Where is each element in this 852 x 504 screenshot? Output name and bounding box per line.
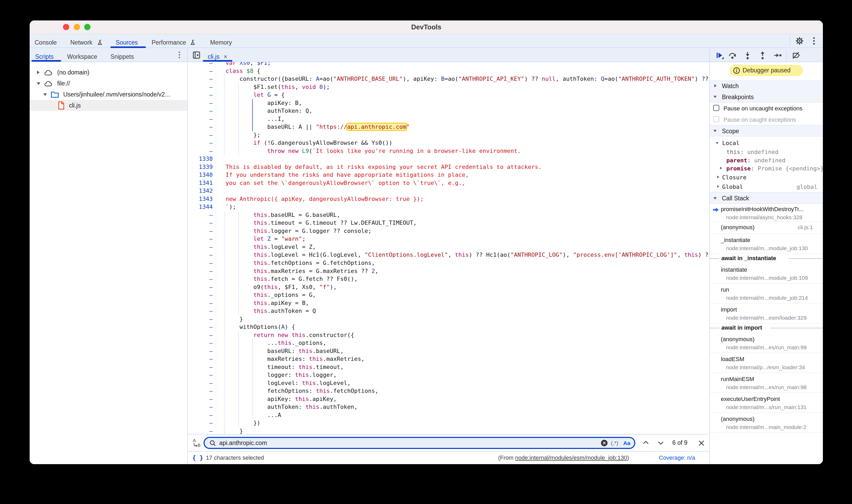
checkbox-row-0[interactable]: Pause on uncaught exceptions [710,103,823,114]
callstack-frame--anonymous-[interactable]: (anonymous)node:internal/m...es/run_main… [710,333,823,353]
line-number[interactable]: 1340 [188,171,213,179]
gutter-dash[interactable]: – [188,123,213,131]
subtab-workspace[interactable]: Workspace [67,48,97,61]
gutter-dash[interactable]: – [188,62,213,67]
step-out-icon[interactable] [758,51,767,60]
from-module-link[interactable]: node:internal/modules/esm/module_job:130 [515,454,627,461]
callstack-frame-run[interactable]: runnode:internal/m...module_job:214 [710,284,823,303]
regex-toggle[interactable]: (.*) [611,440,618,446]
gutter-dash[interactable]: – [188,251,213,259]
gutter-dash[interactable]: – [188,227,213,235]
line-number[interactable]: 1341 [188,179,213,187]
watch-section-header[interactable]: Watch [710,80,823,91]
gutter-dash[interactable]: – [188,115,213,123]
gutter-dash[interactable]: – [188,107,213,115]
tree-item-cli-js[interactable]: cli.js [30,100,187,111]
gutter-dash[interactable]: – [188,219,213,227]
deactivate-breakpoints-icon[interactable] [792,51,801,60]
gutter-dash[interactable]: – [188,419,213,427]
gutter-dash[interactable]: – [188,395,213,403]
scope-row-global[interactable]: Globalglobal [710,183,823,191]
more-options-icon[interactable] [812,37,816,45]
gutter-dash[interactable]: – [188,211,213,219]
tree-item-users-jinhuilee-nvm-versions-node-v2-[interactable]: Users/jinhuilee/.nvm/versions/node/v2… [30,89,187,100]
callstack-section-header[interactable]: Call Stack [710,192,823,204]
scope-section-header[interactable]: Scope [710,125,823,136]
resume-script-icon[interactable] [715,51,724,60]
tab-network[interactable]: Network [70,34,92,48]
gutter-dash[interactable]: – [188,323,213,331]
line-number[interactable]: 1343 [188,195,213,203]
callstack-frame--anonymous-[interactable]: (anonymous)cli.js:1 [710,222,823,234]
settings-gear-icon[interactable] [795,36,804,46]
gutter-dash[interactable]: – [188,235,213,243]
subtab-scripts[interactable]: Scripts [35,48,54,61]
gutter-dash[interactable]: – [188,243,213,251]
hide-navigator-icon[interactable] [192,51,201,59]
previous-match-icon[interactable] [643,440,649,445]
gutter-dash[interactable]: – [188,363,213,371]
callstack-frame-runmainesm[interactable]: runMainESMnode:internal/m...es/run_main:… [710,373,823,393]
subtab-snippets[interactable]: Snippets [110,48,134,61]
scope-row-parent[interactable]: parent: undefined [710,156,823,165]
gutter-dash[interactable]: – [188,75,213,83]
gutter-dash[interactable]: – [188,411,213,419]
gutter-dash[interactable]: – [188,83,213,91]
breakpoints-section-header[interactable]: Breakpoints [710,91,823,103]
callstack-frame-executeuserentrypoint[interactable]: executeUserEntryPointnode:internal/m...s… [710,393,823,413]
chevron-right-icon[interactable] [717,185,719,188]
next-match-icon[interactable] [658,441,664,445]
line-number[interactable]: 1344 [188,203,213,211]
gutter-dash[interactable]: – [188,299,213,307]
clear-search-icon[interactable] [601,440,607,446]
gutter-dash[interactable]: – [188,331,213,339]
scope-row-promise[interactable]: promise: Promise {<pending>} [710,164,823,173]
gutter-dash[interactable]: – [188,131,213,139]
gutter-dash[interactable]: – [188,267,213,275]
gutter-dash[interactable]: – [188,275,213,283]
gutter-dash[interactable]: – [188,99,213,107]
chevron-down-icon[interactable] [43,93,47,96]
coverage-link[interactable]: Coverage: n/a [659,452,695,464]
checkbox-row-1[interactable]: Pause on caught exceptions [710,114,823,125]
search-mode-toggle-icon[interactable]: A B [192,438,201,448]
code-editor[interactable]: ––––––––––––1338133913401341134213431344… [188,62,709,434]
gutter-dash[interactable]: – [188,307,213,315]
close-file-tab-icon[interactable]: × [224,48,227,61]
gutter-dash[interactable]: – [188,403,213,411]
checkbox-caught-exceptions[interactable] [713,116,719,122]
tree-item-file-[interactable]: file:// [30,78,187,89]
close-search-icon[interactable] [698,440,705,447]
tab-sources[interactable]: Sources [116,34,138,48]
step-icon[interactable] [773,51,782,60]
gutter-dash[interactable]: – [188,339,213,347]
chevron-right-icon[interactable] [720,167,722,169]
format-code-icon[interactable]: { } [192,452,203,464]
scope-row-local[interactable]: Local [710,139,823,147]
line-number[interactable]: 1339 [188,163,213,171]
gutter-dash[interactable]: – [188,347,213,355]
checkbox-uncaught-exceptions[interactable] [713,105,719,111]
tab-cli-js[interactable]: cli.js [208,48,219,61]
line-number[interactable]: 1338 [188,155,213,163]
gutter-dash[interactable]: – [188,387,213,395]
gutter-dash[interactable]: – [188,371,213,379]
scope-row-this[interactable]: this: undefined [710,148,823,156]
match-case-toggle[interactable]: Aa [623,440,631,446]
chevron-right-icon[interactable] [717,176,719,178]
callstack-frame-import[interactable]: importnode:internal/m...esm/loader:329 [710,303,823,323]
tree-item--no-domain-[interactable]: (no domain) [30,67,187,78]
gutter-dash[interactable]: – [188,379,213,387]
chevron-right-icon[interactable] [37,71,40,74]
gutter-dash[interactable]: – [188,315,213,323]
gutter-dash[interactable]: – [188,91,213,99]
tab-console[interactable]: Console [35,34,57,48]
gutter-dash[interactable]: – [188,139,213,147]
chevron-down-icon[interactable] [37,82,40,85]
callstack-frame-instantiate[interactable]: instantiatenode:internal/m...module_job:… [710,264,823,284]
tab-performance[interactable]: Performance [152,34,186,48]
gutter-dash[interactable]: – [188,427,213,434]
chevron-down-icon[interactable] [716,142,718,144]
gutter-dash[interactable]: – [188,67,213,75]
search-input[interactable]: api.anthropic.com (.*) Aa [203,437,635,449]
